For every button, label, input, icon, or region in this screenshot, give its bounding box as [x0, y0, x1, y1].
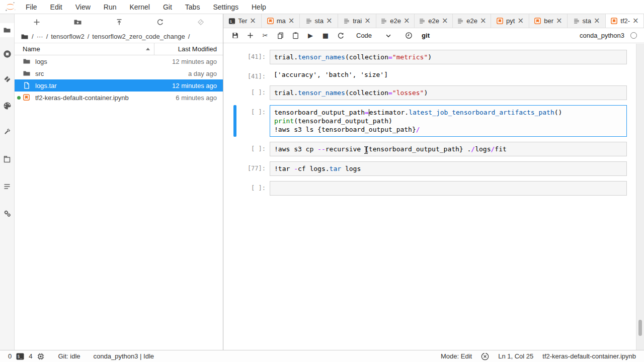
kernels-count[interactable]: 4: [29, 352, 32, 360]
tab-e2e-5[interactable]: e2e×: [415, 14, 453, 28]
sidebar-extensions-icon[interactable]: [0, 206, 14, 220]
notebook-mode[interactable]: Mode: Edit: [441, 352, 472, 360]
restart-icon[interactable]: [333, 32, 348, 40]
kernel-switcher[interactable]: conda_python3: [580, 32, 640, 39]
cell-input[interactable]: [270, 181, 627, 196]
menu-settings[interactable]: Settings: [206, 3, 245, 11]
file-name: tf2-keras-default-container.ipynb: [35, 94, 176, 102]
code-line: trial.tensor_names(collection="metrics"): [274, 53, 622, 61]
notebook-scrollbar[interactable]: [636, 44, 644, 350]
sidebar-git-icon[interactable]: [0, 72, 14, 86]
scrollbar-thumb[interactable]: [638, 320, 642, 336]
terminals-count[interactable]: 0: [8, 352, 12, 360]
breadcrumb-segment[interactable]: tensorflow2_zero_code_change: [92, 33, 185, 40]
tab-sta-9[interactable]: sta×: [568, 14, 606, 28]
close-icon[interactable]: ×: [517, 17, 524, 25]
save-icon: [231, 32, 239, 40]
menu-help[interactable]: Help: [245, 3, 273, 11]
close-icon[interactable]: ×: [326, 17, 333, 25]
refresh-icon[interactable]: [156, 18, 164, 26]
new-folder-icon: [73, 18, 82, 26]
tabs-panel-icon: [3, 155, 11, 163]
column-header-modified[interactable]: Last Modified: [154, 43, 223, 55]
breadcrumb-segment[interactable]: tensorflow2: [51, 33, 84, 40]
git-diamond-icon[interactable]: [197, 18, 205, 26]
sidebar-folder-icon[interactable]: [0, 23, 14, 37]
sidebar-running-sessions-icon[interactable]: [0, 47, 14, 61]
sidebar-list-icon[interactable]: [0, 179, 14, 194]
breadcrumb-separator: /: [88, 33, 90, 40]
notebook-cell[interactable]: [ ]:trial.tensor_names(collection="losse…: [223, 85, 627, 100]
sidebar-tabs-panel-icon[interactable]: [0, 152, 14, 166]
cell-collapser-bar[interactable]: [233, 105, 236, 137]
status-bar: 0 $_ 4 Git: idle conda_python3 | Idle Mo…: [0, 350, 644, 362]
cursor-position[interactable]: Ln 1, Col 25: [498, 352, 533, 360]
column-header-name[interactable]: Name: [15, 43, 154, 55]
tab-e2e-4[interactable]: e2e×: [376, 14, 415, 28]
sidebar-wrench-icon[interactable]: [0, 125, 14, 139]
text-file-icon: [380, 18, 387, 25]
menu-view[interactable]: View: [69, 3, 97, 11]
notebook-cell[interactable]: [41]:trial.tensor_names(collection="metr…: [223, 50, 627, 64]
close-icon[interactable]: ×: [404, 17, 410, 25]
paste-icon[interactable]: [288, 32, 303, 40]
notebook-cell[interactable]: [ ]:tensorboard_output_path=estimator.la…: [223, 105, 627, 137]
run-icon[interactable]: ▶: [303, 32, 318, 40]
tab-ter-0[interactable]: $_Ter×: [223, 14, 262, 28]
cell-input[interactable]: !tar -cf logs.tar logs: [270, 161, 627, 176]
cell-input[interactable]: tensorboard_output_path=estimator.latest…: [270, 105, 627, 137]
cell-input[interactable]: trial.tensor_names(collection="losses"): [270, 85, 627, 100]
breadcrumb-segment[interactable]: ···: [37, 33, 43, 40]
clock-icon[interactable]: [405, 32, 413, 39]
close-icon[interactable]: ×: [556, 17, 562, 25]
notebook-icon: [534, 17, 541, 25]
tab-ma-1[interactable]: ma×: [262, 14, 300, 28]
notebook-cell[interactable]: [ ]:!aws s3 cp --recursive {tensorboard_…: [223, 142, 627, 156]
file-row[interactable]: logs12 minutes ago: [15, 55, 223, 67]
menu-edit[interactable]: Edit: [44, 3, 69, 11]
kernel-status[interactable]: conda_python3 | Idle: [94, 352, 154, 360]
file-row[interactable]: logs.tar12 minutes ago: [15, 79, 223, 92]
cell-input[interactable]: trial.tensor_names(collection="metrics"): [270, 50, 627, 64]
menu-git[interactable]: Git: [156, 3, 179, 11]
cell-input[interactable]: !aws s3 cp --recursive {tensorboard_outp…: [270, 142, 627, 156]
tab-sta-2[interactable]: sta×: [300, 14, 338, 28]
palette-icon: [3, 102, 12, 110]
file-modified: 12 minutes ago: [172, 58, 217, 65]
text-file-icon: [573, 18, 580, 25]
stop-icon[interactable]: ■: [318, 32, 333, 40]
cell-type-dropdown[interactable]: Code: [356, 32, 392, 39]
tab-pyt-7[interactable]: pyt×: [491, 14, 529, 28]
notebook-cell[interactable]: [ ]:: [223, 181, 627, 196]
git-button[interactable]: git: [422, 32, 430, 39]
sidebar-palette-icon[interactable]: [0, 99, 14, 113]
add-icon[interactable]: [243, 32, 258, 40]
close-icon[interactable]: ×: [632, 17, 639, 25]
file-browser-panel: /···/tensorflow2/tensorflow2_zero_code_c…: [15, 14, 223, 350]
new-folder-icon[interactable]: [73, 18, 82, 26]
tab-trai-3[interactable]: trai×: [338, 14, 376, 28]
menu-kernel[interactable]: Kernel: [123, 3, 156, 11]
tab-tf2--10[interactable]: tf2-×: [606, 14, 644, 28]
close-icon[interactable]: ×: [442, 17, 448, 25]
running-sessions-icon: [3, 50, 12, 58]
file-row[interactable]: srca day ago: [15, 67, 223, 79]
close-icon[interactable]: ×: [480, 17, 487, 25]
notebook-cell[interactable]: [77]:!tar -cf logs.tar logs: [223, 161, 627, 176]
copy-icon[interactable]: [273, 32, 288, 40]
close-icon[interactable]: ×: [288, 17, 295, 25]
cut-icon[interactable]: ✂: [258, 32, 273, 40]
close-icon[interactable]: ×: [250, 17, 256, 25]
tab-ber-8[interactable]: ber×: [529, 14, 568, 28]
menu-run[interactable]: Run: [97, 3, 123, 11]
save-icon[interactable]: [227, 32, 243, 40]
menu-file[interactable]: File: [19, 3, 44, 11]
new-launcher-icon[interactable]: [33, 18, 41, 26]
close-icon[interactable]: ×: [364, 17, 371, 25]
menu-tabs[interactable]: Tabs: [179, 3, 207, 11]
git-status[interactable]: Git: idle: [58, 352, 80, 360]
upload-icon[interactable]: [115, 18, 123, 26]
tab-e2e-6[interactable]: e2e×: [453, 14, 491, 28]
close-icon[interactable]: ×: [594, 17, 600, 25]
file-row[interactable]: tf2-keras-default-container.ipynb6 minut…: [15, 92, 223, 104]
